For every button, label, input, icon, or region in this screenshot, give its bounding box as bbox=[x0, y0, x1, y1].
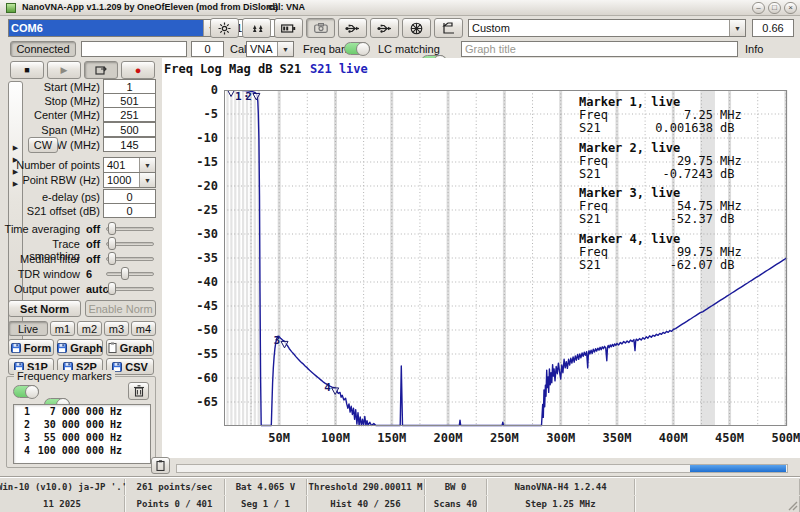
connected-button[interactable]: Connected bbox=[10, 41, 76, 57]
command-input[interactable] bbox=[81, 41, 187, 57]
s21-offset-db-field[interactable]: 0 bbox=[103, 203, 156, 218]
marker-readout: Marker 2, live Freq29.75MHz S21-0.7243dB bbox=[579, 142, 742, 181]
toggle-knob bbox=[25, 385, 39, 399]
trace-button-live[interactable]: Live bbox=[8, 321, 48, 336]
freq-bands-toggle[interactable] bbox=[344, 42, 370, 55]
marker-frequency: 7 000 000 Hz bbox=[30, 406, 122, 418]
chevron-down-icon[interactable]: ▼ bbox=[139, 173, 155, 187]
graph-title-input[interactable]: Graph title bbox=[461, 41, 738, 57]
floppy-icon bbox=[57, 343, 67, 353]
status-row-2: 11 2025Points 0 / 401Seg 1 / 1Hist 40 / … bbox=[0, 496, 800, 512]
offset-field[interactable]: 0 bbox=[191, 41, 224, 57]
marker-list-row[interactable]: 4 100 000 000 Hz bbox=[14, 444, 150, 457]
cal-mode-value: VNA bbox=[247, 42, 277, 56]
enable-norm-label: Enable Norm bbox=[88, 303, 152, 315]
number-of-points-label: Number of points bbox=[16, 159, 100, 171]
time-averaging-label: Time averaging bbox=[0, 223, 80, 235]
stop-sweep-button[interactable]: ■ bbox=[10, 61, 44, 79]
usb-1-button[interactable] bbox=[338, 18, 367, 38]
y-tick-label: -55 bbox=[180, 347, 218, 361]
chevron-down-icon[interactable]: ▼ bbox=[277, 42, 293, 56]
single-sweep-button[interactable]: ▶ bbox=[47, 61, 81, 79]
save-graph-button[interactable]: Graph bbox=[106, 339, 154, 356]
s21-label: S21 bbox=[579, 168, 621, 181]
chevron-down-icon[interactable]: ▼ bbox=[729, 20, 745, 36]
start-mhz-field[interactable]: 1 bbox=[103, 79, 156, 94]
span-mhz-value: 500 bbox=[120, 124, 138, 136]
frequency-markers-list[interactable]: 1 7 000 000 Hz2 30 000 000 Hz3 55 000 00… bbox=[13, 404, 151, 464]
nanovna-app-window: { "window": { "title": "NanoVNA-App v1.1… bbox=[0, 0, 800, 512]
status-bar: Win-10 (v10.0) ja-JP '.'261 points/secBa… bbox=[0, 477, 800, 512]
battery-button[interactable] bbox=[274, 18, 303, 38]
y-tick-label: -10 bbox=[180, 131, 218, 145]
scale-value-field[interactable]: 0.66 bbox=[752, 19, 794, 37]
set-norm-label: Set Norm bbox=[20, 303, 69, 315]
markers-toggle-1[interactable] bbox=[13, 385, 39, 398]
y-tick-label: 0 bbox=[180, 83, 218, 97]
up-arrows-button[interactable] bbox=[242, 18, 271, 38]
com-port-select[interactable]: COM6 ▼ bbox=[8, 19, 220, 37]
chart-setup-icon bbox=[442, 22, 455, 34]
span-mhz-field[interactable]: 500 bbox=[103, 122, 156, 137]
trace-smoothing-slider-thumb[interactable] bbox=[108, 237, 116, 250]
output-power-slider-thumb[interactable] bbox=[108, 282, 116, 295]
globe-button[interactable] bbox=[402, 18, 431, 38]
window-title: NanoVNA-App v1.1.209 by OneOfEleven (mod… bbox=[22, 2, 278, 12]
y-tick-label: -45 bbox=[180, 299, 218, 313]
save-form-button[interactable]: Form bbox=[8, 339, 54, 356]
record-button[interactable]: ● bbox=[121, 61, 155, 79]
preset-select[interactable]: Custom ▼ bbox=[468, 19, 746, 37]
stop-mhz-field[interactable]: 501 bbox=[103, 93, 156, 108]
trace-button-m1[interactable]: m1 bbox=[50, 321, 75, 336]
marker-list-row[interactable]: 3 55 000 000 Hz bbox=[14, 431, 150, 444]
e-delay-ps-field[interactable]: 0 bbox=[103, 189, 156, 204]
status-cell: Threshold 290.00011 M bbox=[307, 479, 425, 495]
maximize-button[interactable]: □ bbox=[768, 2, 781, 14]
status-cell: 11 2025 bbox=[0, 496, 125, 512]
enable-norm-button[interactable]: Enable Norm bbox=[85, 300, 156, 317]
cw-mhz-field[interactable]: 145 bbox=[103, 137, 156, 152]
trace-button-m2[interactable]: m2 bbox=[77, 321, 102, 336]
sweep-mode-button[interactable] bbox=[84, 61, 118, 79]
resize-grip-icon[interactable] bbox=[788, 501, 798, 511]
tdr-window-slider-track[interactable] bbox=[106, 272, 154, 276]
minimize-button[interactable]: – bbox=[752, 2, 765, 14]
center-mhz-field[interactable]: 251 bbox=[103, 107, 156, 122]
lc-matching-label: LC matching bbox=[378, 43, 440, 55]
trace-button-m3[interactable]: m3 bbox=[104, 321, 129, 336]
number-of-points-select[interactable]: 401▼ bbox=[103, 157, 156, 173]
sweep-progress-bar bbox=[176, 464, 788, 473]
y-tick-label: -40 bbox=[180, 275, 218, 289]
trace-button-m4[interactable]: m4 bbox=[131, 321, 156, 336]
cal-mode-select[interactable]: VNA ▼ bbox=[246, 41, 294, 57]
status-cell: Seg 1 / 1 bbox=[225, 496, 307, 512]
record-icon: ● bbox=[135, 64, 142, 76]
freq-label: Freq bbox=[579, 246, 621, 259]
save-graph-button[interactable]: Graph bbox=[57, 339, 103, 356]
cw-mode-button[interactable]: CW bbox=[28, 137, 58, 153]
close-button[interactable]: × bbox=[784, 2, 797, 14]
cw-button-label: CW bbox=[34, 139, 52, 151]
settings-button[interactable] bbox=[210, 18, 239, 38]
set-norm-button[interactable]: Set Norm bbox=[8, 300, 81, 317]
cw-mhz-value: 145 bbox=[120, 139, 138, 151]
point-rbw-hz-select[interactable]: 1000▼ bbox=[103, 172, 156, 188]
e-delay-ps-value: 0 bbox=[126, 191, 132, 203]
marker-list-row[interactable]: 1 7 000 000 Hz bbox=[14, 405, 150, 418]
median-filter-slider-thumb[interactable] bbox=[108, 252, 116, 265]
usb-2-button[interactable] bbox=[370, 18, 399, 38]
camera-button[interactable] bbox=[306, 18, 335, 38]
chevron-down-icon[interactable]: ▼ bbox=[139, 158, 155, 172]
stop-mhz-label: Stop (MHz) bbox=[44, 95, 100, 107]
x-tick-label: 500M bbox=[766, 431, 800, 445]
tdr-window-slider-thumb[interactable] bbox=[121, 267, 129, 280]
marker-s21-value: 0.001638 bbox=[621, 122, 713, 135]
time-averaging-slider-thumb[interactable] bbox=[108, 222, 116, 235]
marker-list-row[interactable]: 2 30 000 000 Hz bbox=[14, 418, 150, 431]
delete-markers-button[interactable] bbox=[128, 382, 149, 400]
s21-unit: dB bbox=[713, 213, 734, 226]
chart-setup-button[interactable] bbox=[434, 18, 463, 38]
y-tick-label: -20 bbox=[180, 179, 218, 193]
copy-progress-button[interactable] bbox=[151, 457, 170, 474]
floppy-icon bbox=[11, 343, 21, 353]
